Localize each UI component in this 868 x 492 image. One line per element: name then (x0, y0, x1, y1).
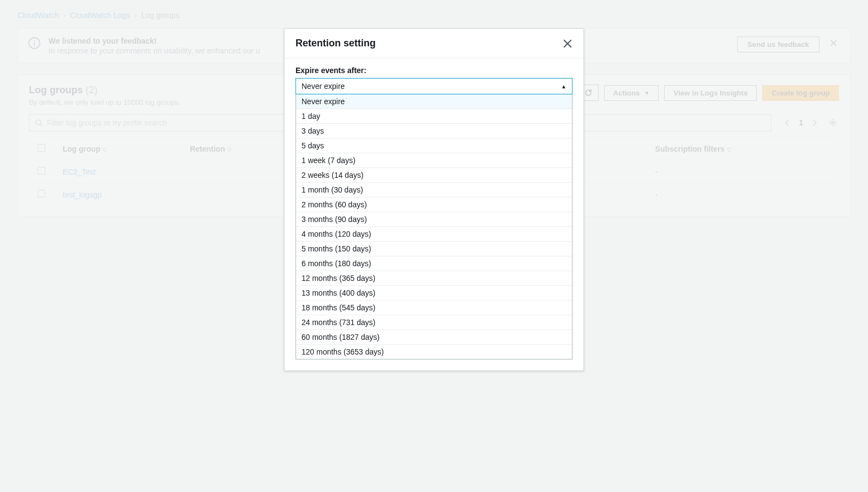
modal-title: Retention setting (296, 38, 376, 49)
retention-option[interactable]: 4 months (120 days) (296, 227, 572, 227)
modal-overlay[interactable]: Retention setting Expire events after: N… (0, 0, 868, 227)
retention-setting-modal: Retention setting Expire events after: N… (284, 28, 584, 227)
retention-option[interactable]: 1 week (7 days) (296, 153, 572, 168)
retention-option[interactable]: 2 weeks (14 days) (296, 168, 572, 183)
selected-value: Never expire (302, 82, 345, 91)
close-icon[interactable] (563, 39, 572, 49)
caret-up-icon: ▲ (561, 83, 566, 89)
expire-events-label: Expire events after: (296, 66, 572, 75)
retention-option[interactable]: 3 days (296, 124, 572, 139)
retention-option[interactable]: 5 days (296, 139, 572, 153)
retention-option[interactable]: 3 months (90 days) (296, 212, 572, 227)
retention-option[interactable]: 1 day (296, 109, 572, 124)
retention-option[interactable]: Never expire (296, 94, 572, 109)
retention-select[interactable]: Never expire ▲ (296, 78, 572, 94)
retention-dropdown: Never expire1 day3 days5 days1 week (7 d… (296, 94, 572, 227)
retention-option[interactable]: 2 months (60 days) (296, 197, 572, 212)
retention-option[interactable]: 1 month (30 days) (296, 183, 572, 197)
